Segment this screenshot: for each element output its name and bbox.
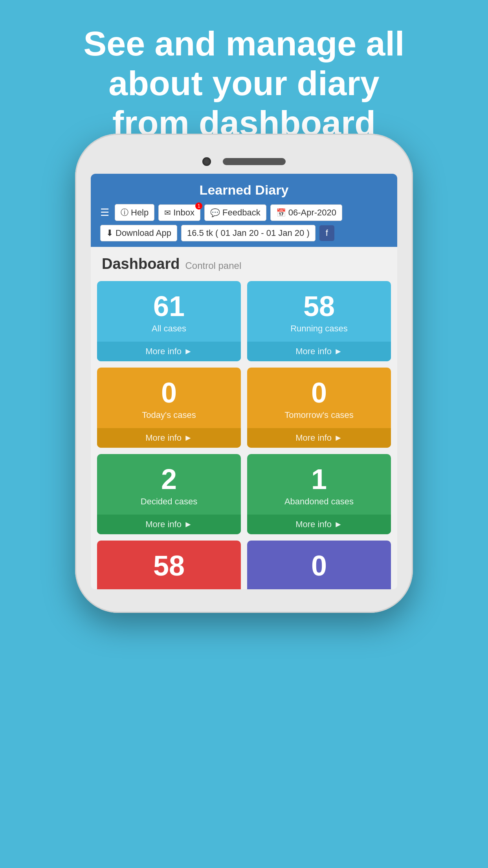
card-more-info[interactable]: More info ► [97, 342, 241, 361]
inbox-label: Inbox [173, 208, 194, 218]
feedback-button[interactable]: 💬 Feedback [204, 204, 266, 221]
card-number: 2 [161, 465, 177, 493]
app-header: Learned Diary ☰ ⓘ Help ✉ Inbox 1 [91, 174, 397, 247]
card-partial-red[interactable]: 58 [97, 541, 241, 589]
feedback-label: Feedback [222, 208, 261, 218]
card-label: Running cases [290, 324, 348, 334]
phone-speaker [223, 158, 286, 165]
card-number: 0 [161, 379, 177, 407]
inbox-badge: 1 [195, 202, 202, 210]
card-todays-cases[interactable]: 0 Today's cases More info ► [97, 368, 241, 448]
help-button[interactable]: ⓘ Help [115, 204, 154, 221]
hamburger-icon[interactable]: ☰ [100, 206, 109, 219]
hero-line2: about your diary [108, 64, 379, 103]
dashboard-subtitle: Control panel [185, 260, 241, 271]
card-number-bottom-right: 0 [311, 552, 327, 580]
card-body: 0 Tomorrow's cases [247, 368, 391, 428]
card-partial-purple[interactable]: 0 [247, 541, 391, 589]
card-body: 2 Decided cases [97, 454, 241, 515]
card-number: 61 [153, 292, 185, 320]
dashboard-title: Dashboard [102, 256, 180, 272]
hero-line1: See and manage all [84, 24, 405, 63]
card-tomorrows-cases[interactable]: 0 Tomorrow's cases More info ► [247, 368, 391, 448]
card-label: Tomorrow's cases [284, 410, 353, 420]
phone-camera [202, 157, 211, 166]
inbox-icon: ✉ [164, 208, 171, 217]
card-label: Today's cases [142, 410, 196, 420]
card-abandoned-cases[interactable]: 1 Abandoned cases More info ► [247, 454, 391, 534]
period-label: 16.5 tk ( 01 Jan 20 - 01 Jan 20 ) [187, 228, 310, 238]
card-body: 61 All cases [97, 281, 241, 342]
facebook-button[interactable]: f [319, 225, 334, 241]
card-body: 0 Today's cases [97, 368, 241, 428]
card-more-info[interactable]: More info ► [247, 342, 391, 361]
dashboard-header: Dashboard Control panel [91, 247, 397, 278]
card-body: 58 Running cases [247, 281, 391, 342]
inbox-button[interactable]: ✉ Inbox 1 [158, 204, 200, 221]
phone-wrapper: Learned Diary ☰ ⓘ Help ✉ Inbox 1 [75, 134, 413, 613]
card-label: Abandoned cases [284, 497, 354, 507]
card-running-cases[interactable]: 58 Running cases More info ► [247, 281, 391, 361]
period-button[interactable]: 16.5 tk ( 01 Jan 20 - 01 Jan 20 ) [181, 225, 316, 241]
card-number: 1 [311, 465, 327, 493]
help-icon: ⓘ [121, 207, 128, 218]
help-label: Help [131, 208, 149, 218]
header-row2: ⬇ Download App 16.5 tk ( 01 Jan 20 - 01 … [100, 225, 388, 241]
bottom-cards: 58 0 [91, 541, 397, 589]
card-number-bottom-left: 58 [153, 552, 185, 580]
card-more-info[interactable]: More info ► [97, 515, 241, 534]
feedback-icon: 💬 [210, 208, 220, 217]
card-more-info[interactable]: More info ► [247, 515, 391, 534]
download-icon: ⬇ [106, 228, 113, 238]
card-more-info[interactable]: More info ► [247, 428, 391, 448]
date-label: 06-Apr-2020 [288, 208, 336, 218]
card-label: All cases [152, 324, 186, 334]
card-decided-cases[interactable]: 2 Decided cases More info ► [97, 454, 241, 534]
card-body: 1 Abandoned cases [247, 454, 391, 515]
header-row1: ☰ ⓘ Help ✉ Inbox 1 💬 Feedback [100, 204, 388, 221]
cards-grid: 61 All cases More info ► 58 Running case… [91, 278, 397, 541]
date-button[interactable]: 📅 06-Apr-2020 [270, 204, 342, 221]
phone-top [91, 157, 397, 166]
calendar-icon: 📅 [276, 208, 286, 217]
card-number: 58 [303, 292, 335, 320]
card-label: Decided cases [141, 497, 197, 507]
app-title-bold: Learned [200, 182, 251, 197]
card-all-cases[interactable]: 61 All cases More info ► [97, 281, 241, 361]
card-more-info[interactable]: More info ► [97, 428, 241, 448]
card-number: 0 [311, 379, 327, 407]
app-title: Learned Diary [100, 182, 388, 198]
download-app-button[interactable]: ⬇ Download App [100, 225, 177, 241]
download-label: Download App [116, 228, 171, 238]
phone-screen: Learned Diary ☰ ⓘ Help ✉ Inbox 1 [91, 174, 397, 589]
app-title-normal: Diary [251, 182, 289, 197]
phone-shell: Learned Diary ☰ ⓘ Help ✉ Inbox 1 [75, 134, 413, 613]
facebook-icon: f [326, 228, 328, 238]
